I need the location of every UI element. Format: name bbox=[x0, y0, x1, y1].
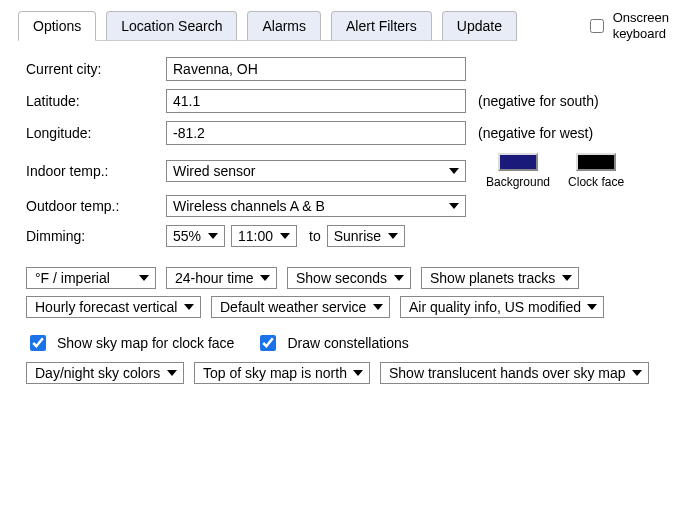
show-sky-map-label: Show sky map for clock face bbox=[57, 335, 234, 351]
sky-hands-select[interactable]: Show translucent hands over sky map bbox=[380, 362, 649, 384]
dimming-to-label: to bbox=[309, 228, 321, 244]
current-city-label: Current city: bbox=[26, 61, 166, 77]
tab-update[interactable]: Update bbox=[442, 11, 517, 41]
indoor-temp-select[interactable]: Wired sensor bbox=[166, 160, 466, 182]
show-sky-map-toggle[interactable]: Show sky map for clock face bbox=[26, 332, 234, 354]
options-panel: Current city: Latitude: (negative for so… bbox=[18, 41, 669, 399]
clock-face-swatch-label: Clock face bbox=[568, 175, 624, 189]
outdoor-temp-select[interactable]: Wireless channels A & B bbox=[166, 195, 466, 217]
forecast-layout-select[interactable]: Hourly forecast vertical bbox=[26, 296, 201, 318]
draw-constellations-checkbox[interactable] bbox=[260, 335, 276, 351]
sky-orientation-select[interactable]: Top of sky map is north bbox=[194, 362, 370, 384]
current-city-input[interactable] bbox=[166, 57, 466, 81]
dimming-label: Dimming: bbox=[26, 228, 166, 244]
longitude-label: Longitude: bbox=[26, 125, 166, 141]
tab-options[interactable]: Options bbox=[18, 11, 96, 41]
tab-alarms[interactable]: Alarms bbox=[247, 11, 321, 41]
tab-alert-filters[interactable]: Alert Filters bbox=[331, 11, 432, 41]
latitude-hint: (negative for south) bbox=[478, 93, 599, 109]
air-quality-select[interactable]: Air quality info, US modified bbox=[400, 296, 604, 318]
sky-colors-select[interactable]: Day/night sky colors bbox=[26, 362, 184, 384]
weather-service-select[interactable]: Default weather service bbox=[211, 296, 390, 318]
background-swatch[interactable] bbox=[498, 153, 538, 171]
draw-constellations-toggle[interactable]: Draw constellations bbox=[256, 332, 408, 354]
onscreen-keyboard-toggle[interactable]: Onscreen keyboard bbox=[586, 10, 669, 41]
indoor-temp-label: Indoor temp.: bbox=[26, 163, 166, 179]
seconds-select[interactable]: Show seconds bbox=[287, 267, 411, 289]
tab-bar: Options Location Search Alarms Alert Fil… bbox=[18, 10, 517, 41]
clock-face-swatch[interactable] bbox=[576, 153, 616, 171]
tab-location-search[interactable]: Location Search bbox=[106, 11, 237, 41]
latitude-label: Latitude: bbox=[26, 93, 166, 109]
dimming-start-select[interactable]: 11:00 bbox=[231, 225, 297, 247]
longitude-input[interactable] bbox=[166, 121, 466, 145]
longitude-hint: (negative for west) bbox=[478, 125, 593, 141]
draw-constellations-label: Draw constellations bbox=[287, 335, 408, 351]
dimming-percent-select[interactable]: 55% bbox=[166, 225, 225, 247]
time-format-select[interactable]: 24-hour time bbox=[166, 267, 277, 289]
planets-select[interactable]: Show planets tracks bbox=[421, 267, 579, 289]
outdoor-temp-label: Outdoor temp.: bbox=[26, 198, 166, 214]
show-sky-map-checkbox[interactable] bbox=[30, 335, 46, 351]
onscreen-keyboard-checkbox[interactable] bbox=[590, 19, 604, 33]
latitude-input[interactable] bbox=[166, 89, 466, 113]
dimming-end-select[interactable]: Sunrise bbox=[327, 225, 405, 247]
background-swatch-label: Background bbox=[486, 175, 550, 189]
units-select[interactable]: °F / imperial bbox=[26, 267, 156, 289]
onscreen-keyboard-label: Onscreen keyboard bbox=[613, 10, 669, 41]
